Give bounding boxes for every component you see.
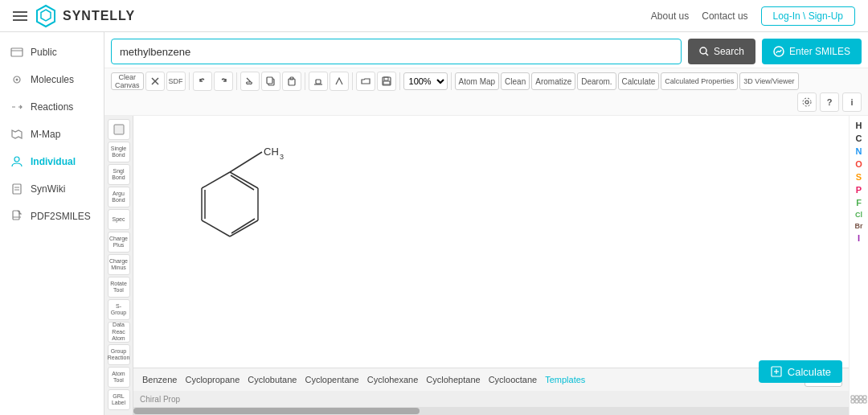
element-F-btn[interactable]: F	[850, 196, 868, 209]
element-Cl-btn[interactable]: Cl	[850, 209, 868, 220]
sidebar-item-mmap[interactable]: M-Map	[0, 121, 104, 148]
sidebar-item-synwiki[interactable]: SynWiki	[0, 175, 104, 203]
atom-map-btn[interactable]: Atom Map	[455, 72, 500, 90]
svg-marker-6	[12, 130, 22, 138]
cut-btn[interactable]	[240, 72, 260, 91]
aromatize-btn[interactable]: Aromatize	[531, 72, 575, 90]
single-bond-tool[interactable]: Single Bond	[108, 142, 130, 162]
charge-minus-tool[interactable]: Charge Minus	[108, 254, 130, 275]
sidebar-item-public[interactable]: Public	[0, 39, 104, 66]
save-btn[interactable]	[377, 72, 396, 91]
element-H-btn[interactable]: H	[850, 119, 868, 132]
clear-canvas-btn[interactable]: ClearCanvas	[111, 72, 144, 90]
element-I-btn[interactable]: I	[850, 232, 868, 244]
search-button[interactable]: Search	[688, 39, 755, 64]
hamburger-menu[interactable]	[13, 11, 27, 21]
zoom-select[interactable]: 50%75%100%125%150%200%	[403, 72, 448, 90]
element-P-btn[interactable]: P	[850, 183, 868, 196]
svg-rect-25	[383, 81, 390, 84]
template-benzene[interactable]: Benzene	[140, 374, 179, 385]
search-input[interactable]	[111, 39, 682, 64]
about-link[interactable]: About us	[651, 10, 689, 22]
clear-icon	[150, 76, 160, 86]
svg-point-7	[14, 157, 19, 162]
calculate-toolbar-btn[interactable]: Calculate	[618, 72, 660, 90]
synwiki-icon	[10, 182, 24, 196]
stereo-btn[interactable]	[330, 72, 349, 91]
svg-rect-46	[859, 396, 862, 399]
element-S-btn[interactable]: S	[850, 171, 868, 183]
element-Br-btn[interactable]: Br	[850, 220, 868, 232]
calculate-button[interactable]: Calculate	[759, 360, 842, 383]
template-templates[interactable]: Templates	[542, 374, 588, 385]
individual-icon	[10, 154, 24, 169]
copy-icon	[266, 76, 276, 86]
sngl-bond-tool[interactable]: Sngl Bond	[108, 164, 130, 185]
charge-plus-tool[interactable]: Charge Plus	[108, 232, 130, 253]
atom-tool[interactable]: Atom Tool	[108, 367, 130, 388]
sidebar-item-individual-label: Individual	[31, 156, 76, 167]
template-cyclopentane[interactable]: Cyclopentane	[302, 374, 361, 385]
s-group-tool[interactable]: S-Group	[108, 299, 130, 320]
svg-marker-1	[41, 10, 51, 21]
header-left: SYNTELLY	[13, 4, 135, 28]
sidebar-item-molecules[interactable]: Molecules	[0, 66, 104, 93]
clear-btn[interactable]	[145, 72, 165, 91]
sidebar-item-molecules-label: Molecules	[31, 74, 74, 85]
template-cycloheptane[interactable]: Cycloheptane	[424, 374, 482, 385]
element-C-btn[interactable]: C	[850, 132, 868, 145]
sidebar-item-reactions[interactable]: Reactions	[0, 93, 104, 121]
sidebar-item-pdf2smiles[interactable]: PDF2SMILES	[0, 203, 104, 230]
element-O-btn[interactable]: O	[850, 158, 868, 171]
svg-point-27	[803, 98, 811, 106]
bottom-scrollbar[interactable]	[133, 407, 849, 415]
scrollbar-thumb[interactable]	[133, 408, 420, 414]
login-button[interactable]: Log-In \ Sign-Up	[761, 6, 855, 26]
sidebar-item-individual[interactable]: Individual	[0, 148, 104, 175]
template-cyclobutane[interactable]: Cyclobutane	[245, 374, 299, 385]
svg-rect-11	[13, 211, 19, 220]
chiral-prop-bar: Chiral Prop	[133, 391, 849, 407]
rotate-tool[interactable]: Rotate Tool	[108, 277, 130, 298]
sidebar-item-public-label: Public	[31, 47, 57, 58]
enter-smiles-button[interactable]: Enter SMILES	[762, 39, 862, 64]
template-cyclohexane[interactable]: Cyclohexane	[365, 374, 421, 385]
clean-btn[interactable]: Clean	[501, 72, 530, 90]
svg-line-35	[231, 175, 254, 190]
copy-btn[interactable]	[261, 72, 280, 91]
3d-view-btn[interactable]: 3D View/Viewer	[739, 72, 798, 90]
argu-bond-tool[interactable]: Argu Bond	[108, 187, 130, 208]
calc-props-btn[interactable]: Calculated Properties	[661, 72, 738, 90]
undo-btn[interactable]	[193, 72, 212, 91]
grl-label-tool[interactable]: GRL Label	[108, 389, 130, 410]
calculate-icon	[770, 365, 783, 378]
undo-icon	[198, 76, 207, 86]
help-btn[interactable]: ?	[820, 92, 839, 112]
element-N-btn[interactable]: N	[850, 145, 868, 158]
erase-btn[interactable]	[309, 72, 328, 91]
toolbar-right: ? i	[797, 92, 862, 112]
contact-link[interactable]: Contact us	[702, 10, 747, 22]
canvas-area[interactable]: CH 3 Calculate Benzene Cyclo	[133, 116, 849, 415]
logo-icon	[34, 4, 58, 28]
select-tool[interactable]	[108, 119, 130, 140]
open-icon	[361, 76, 371, 86]
spec-tool[interactable]: Spec	[108, 209, 130, 230]
periodic-table-btn[interactable]	[850, 395, 868, 412]
stereo-icon	[334, 76, 344, 86]
info-btn[interactable]: i	[842, 92, 862, 112]
open-btn[interactable]	[356, 72, 375, 91]
bottom-panel: Benzene Cyclopropane Cyclobutane Cyclope…	[133, 368, 849, 415]
sdf-btn[interactable]: SDF	[166, 72, 186, 91]
group-reaction-tool[interactable]: Group Reaction	[108, 344, 130, 365]
settings-btn[interactable]	[797, 92, 817, 112]
template-cyclopropane[interactable]: Cyclopropane	[182, 374, 242, 385]
rotate-label: Rotate Tool	[108, 281, 129, 294]
header-right: About us Contact us Log-In \ Sign-Up	[651, 6, 855, 26]
template-cyclooctane[interactable]: Cyclooctane	[486, 374, 540, 385]
select-icon	[113, 124, 125, 135]
paste-btn[interactable]	[282, 72, 301, 91]
data-reac-tool[interactable]: Data Reac Atom	[108, 322, 130, 343]
redo-btn[interactable]	[214, 72, 233, 91]
dearomatize-btn[interactable]: Dearom.	[577, 72, 616, 90]
